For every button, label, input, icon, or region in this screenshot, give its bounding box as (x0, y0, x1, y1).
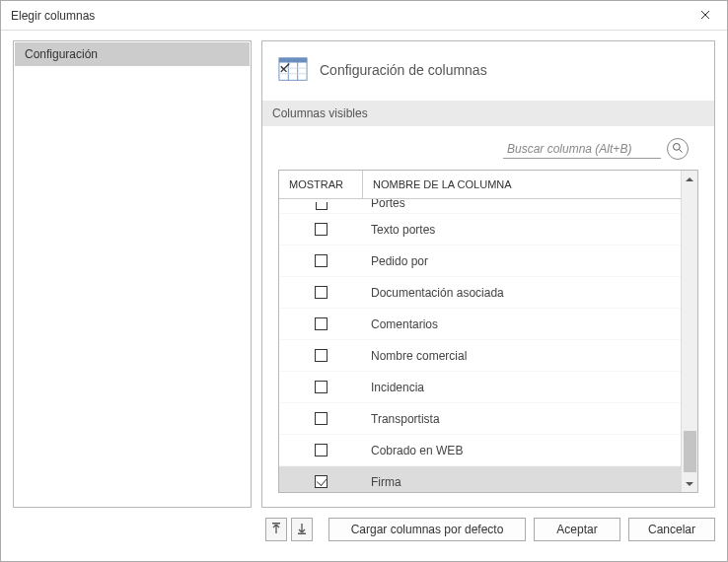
section-header: Configuración de columnas (278, 55, 698, 85)
show-checkbox[interactable] (315, 475, 328, 488)
table-row[interactable]: Incidencia (279, 372, 681, 403)
search-button[interactable] (667, 138, 689, 160)
cell-show (279, 223, 363, 236)
cell-column-name: Portes (363, 199, 681, 207)
move-down-button[interactable] (291, 518, 313, 541)
svg-rect-1 (279, 58, 307, 63)
table-row[interactable]: Firma (279, 466, 681, 492)
search-input[interactable] (503, 140, 661, 159)
table-row[interactable]: Documentación asociada (279, 277, 681, 309)
show-checkbox[interactable] (316, 202, 328, 210)
search-row (278, 138, 698, 160)
show-checkbox[interactable] (315, 381, 328, 393)
columns-table: MOSTRAR NOMBRE DE LA COLUMNA PortesTexto… (278, 170, 698, 493)
cell-column-name: Firma (363, 475, 681, 489)
show-checkbox[interactable] (315, 317, 328, 330)
columns-icon (278, 55, 308, 85)
cell-show (279, 444, 363, 457)
svg-point-6 (674, 143, 681, 150)
table-scroll-area: MOSTRAR NOMBRE DE LA COLUMNA PortesTexto… (279, 171, 681, 492)
title-bar: Elegir columnas (1, 1, 727, 31)
cell-show (279, 475, 363, 488)
col-header-name[interactable]: NOMBRE DE LA COLUMNA (363, 171, 681, 198)
dialog-footer: Cargar columnas por defecto Aceptar Canc… (1, 512, 727, 547)
cell-column-name: Transportista (363, 412, 681, 426)
cell-column-name: Cobrado en WEB (363, 444, 681, 457)
cell-show (279, 202, 363, 210)
cell-show (279, 412, 363, 425)
cell-show (279, 381, 363, 393)
cell-column-name: Incidencia (363, 381, 681, 394)
reorder-buttons (265, 518, 313, 541)
show-checkbox[interactable] (315, 254, 328, 267)
search-icon (672, 142, 684, 157)
cell-show (279, 286, 363, 299)
cell-show (279, 254, 363, 267)
cell-show (279, 317, 363, 330)
load-defaults-button[interactable]: Cargar columnas por defecto (328, 518, 526, 541)
sub-header: Columnas visibles (262, 101, 714, 126)
cell-show (279, 349, 363, 362)
cell-column-name: Comentarios (363, 317, 681, 331)
show-checkbox[interactable] (315, 223, 328, 236)
table-row[interactable]: Transportista (279, 403, 681, 435)
close-icon (700, 9, 710, 23)
close-button[interactable] (686, 2, 725, 30)
show-checkbox[interactable] (315, 349, 328, 362)
sidebar-item-configuracion[interactable]: Configuración (15, 42, 250, 66)
table-row[interactable]: Nombre comercial (279, 340, 681, 372)
svg-line-7 (680, 149, 683, 152)
scroll-thumb[interactable] (684, 431, 696, 472)
chevron-down-icon (686, 477, 693, 491)
accept-button[interactable]: Aceptar (534, 518, 620, 541)
cell-column-name: Nombre comercial (363, 349, 681, 363)
main-panel: Configuración de columnas Columnas visib… (261, 40, 715, 508)
cell-column-name: Pedido por (363, 254, 681, 268)
table-row[interactable]: Texto portes (279, 214, 681, 246)
table-body: PortesTexto portesPedido porDocumentació… (279, 199, 681, 492)
arrow-up-icon (271, 523, 281, 537)
cancel-button[interactable]: Cancelar (628, 518, 715, 541)
vertical-scrollbar[interactable] (681, 171, 697, 492)
svg-rect-9 (298, 532, 306, 534)
svg-rect-8 (272, 523, 280, 525)
show-checkbox[interactable] (315, 412, 328, 425)
table-header: MOSTRAR NOMBRE DE LA COLUMNA (279, 171, 681, 199)
arrow-down-icon (297, 523, 307, 537)
dialog-body: Configuración Configuración de columnas … (1, 31, 727, 512)
window-title: Elegir columnas (11, 9, 95, 23)
show-checkbox[interactable] (315, 444, 328, 457)
section-title: Configuración de columnas (320, 62, 487, 78)
cell-column-name: Texto portes (363, 223, 681, 237)
table-row[interactable]: Cobrado en WEB (279, 435, 681, 466)
table-row[interactable]: Portes (279, 199, 681, 214)
cell-column-name: Documentación asociada (363, 286, 681, 300)
scroll-up-button[interactable] (682, 171, 697, 187)
sidebar-item-label: Configuración (25, 47, 98, 61)
scroll-down-button[interactable] (682, 475, 697, 492)
col-header-show[interactable]: MOSTRAR (279, 171, 363, 198)
show-checkbox[interactable] (315, 286, 328, 299)
chevron-up-icon (686, 173, 693, 186)
sidebar: Configuración (13, 40, 252, 508)
move-up-button[interactable] (265, 518, 287, 541)
table-row[interactable]: Pedido por (279, 246, 681, 277)
table-row[interactable]: Comentarios (279, 309, 681, 340)
